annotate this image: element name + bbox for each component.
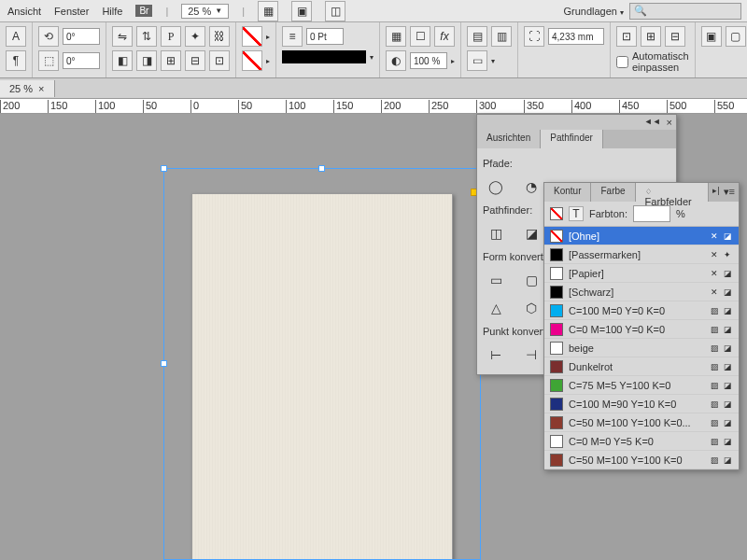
pt-smooth-icon[interactable]: ⊣ bbox=[518, 344, 544, 365]
swatch-item[interactable]: C=50 M=100 Y=100 K=0...▨◪ bbox=[544, 413, 739, 432]
fit-1-icon[interactable]: ⊡ bbox=[616, 26, 637, 47]
swatch-item[interactable]: Dunkelrot▨◪ bbox=[544, 357, 739, 376]
stroke-swatch[interactable] bbox=[242, 26, 262, 47]
ruler-mark: 100 bbox=[95, 100, 115, 113]
opacity-icon[interactable]: ◐ bbox=[386, 50, 406, 71]
swatch-item[interactable]: [Passermarken]✕✦ bbox=[544, 245, 739, 264]
angle-2-input[interactable] bbox=[63, 52, 100, 69]
weight-icon[interactable]: ≡ bbox=[282, 26, 303, 47]
char-icon[interactable]: A bbox=[6, 26, 26, 47]
rotate-icon[interactable]: ⟲ bbox=[38, 26, 59, 47]
align-1-icon[interactable]: ◧ bbox=[112, 50, 133, 71]
menu-hilfe[interactable]: Hilfe bbox=[102, 6, 122, 17]
swatch-type-icon: ✦ bbox=[722, 249, 733, 260]
mm-input[interactable] bbox=[548, 28, 604, 45]
flip-v-icon[interactable]: ⇅ bbox=[136, 26, 157, 47]
shape-roundrect-icon[interactable]: ▢ bbox=[518, 270, 544, 290]
document-tab[interactable]: 25 %× bbox=[0, 80, 55, 97]
autofit-checkbox[interactable] bbox=[616, 56, 628, 68]
current-fill-swatch[interactable] bbox=[550, 207, 563, 220]
shear-icon[interactable]: ⬚ bbox=[38, 50, 59, 71]
para-icon[interactable]: ¶ bbox=[6, 50, 26, 71]
panel-expand-icon[interactable]: ▸| bbox=[712, 186, 719, 199]
panel-collapse-icon[interactable]: ◄◄ bbox=[644, 117, 661, 128]
anchor-icon[interactable]: ✦ bbox=[185, 26, 205, 47]
swatch-color bbox=[550, 342, 563, 355]
shape-poly-icon[interactable]: ⬡ bbox=[518, 298, 544, 318]
swatch-item[interactable]: [Papier]✕◪ bbox=[544, 264, 739, 283]
swatch-item[interactable]: C=75 M=5 Y=100 K=0▨◪ bbox=[544, 376, 739, 395]
ruler-mark: 250 bbox=[429, 100, 448, 113]
search-input[interactable]: 🔍 bbox=[629, 3, 741, 20]
angle-1-input[interactable] bbox=[63, 28, 100, 45]
fx-label[interactable]: fx bbox=[434, 26, 455, 47]
swatch-item[interactable]: C=0 M=100 Y=0 K=0▨◪ bbox=[544, 320, 739, 339]
wrap-3-icon[interactable]: ▭ bbox=[467, 50, 487, 71]
tab-kontur[interactable]: Kontur bbox=[544, 183, 591, 202]
handle-nw[interactable] bbox=[161, 165, 167, 172]
swatch-item[interactable]: C=0 M=0 Y=5 K=0▨◪ bbox=[544, 432, 739, 451]
stroke-pt-input[interactable] bbox=[306, 28, 344, 45]
fit-3-icon[interactable]: ⊟ bbox=[665, 26, 685, 47]
handle-n[interactable] bbox=[318, 165, 325, 172]
extra-2-icon[interactable]: ▢ bbox=[726, 26, 746, 47]
bridge-button[interactable]: Br bbox=[135, 5, 152, 17]
swatch-name: C=75 M=5 Y=100 K=0 bbox=[569, 380, 703, 391]
fit-2-icon[interactable]: ⊞ bbox=[641, 26, 661, 47]
pf-add-icon[interactable]: ◯ bbox=[483, 176, 509, 197]
swatch-item[interactable]: C=100 M=90 Y=10 K=0▨◪ bbox=[544, 395, 739, 413]
align-2-icon[interactable]: ◨ bbox=[136, 50, 157, 71]
view-mode-3-icon[interactable]: ◫ bbox=[325, 1, 345, 21]
handle-w[interactable] bbox=[161, 360, 167, 367]
swatch-item[interactable]: C=100 M=0 Y=0 K=0▨◪ bbox=[544, 301, 739, 320]
type-toggle-icon[interactable]: T bbox=[569, 206, 584, 221]
fx-1-icon[interactable]: ▦ bbox=[386, 26, 406, 47]
fx-2-icon[interactable]: ☐ bbox=[410, 26, 430, 47]
menu-fenster[interactable]: Fenster bbox=[54, 6, 89, 17]
wrap-1-icon[interactable]: ▤ bbox=[467, 26, 487, 47]
panel-menu-icon[interactable]: ▾≡ bbox=[724, 186, 735, 199]
workspace-selector[interactable]: Grundlagen ▾ bbox=[563, 6, 624, 17]
stroke-style[interactable] bbox=[282, 50, 366, 63]
view-mode-2-icon[interactable]: ▣ bbox=[291, 1, 312, 21]
close-icon[interactable]: × bbox=[38, 83, 44, 94]
menu-ansicht[interactable]: Ansicht bbox=[7, 6, 41, 17]
swatch-lock-icon: ▨ bbox=[709, 343, 720, 354]
align-3-icon[interactable]: ⊞ bbox=[161, 50, 181, 71]
swatch-item[interactable]: C=50 M=100 Y=100 K=0▨◪ bbox=[544, 451, 739, 469]
extra-1-icon[interactable]: ▣ bbox=[701, 26, 722, 47]
flip-h-icon[interactable]: ⇋ bbox=[112, 26, 133, 47]
zoom-level[interactable]: 25 %▼ bbox=[181, 4, 229, 19]
swatch-type-icon: ◪ bbox=[722, 305, 733, 316]
wrap-2-icon[interactable]: ▥ bbox=[491, 26, 512, 47]
align-4-icon[interactable]: ⊟ bbox=[185, 50, 205, 71]
swatch-item[interactable]: [Ohne]✕◪ bbox=[544, 227, 739, 245]
tab-ausrichten[interactable]: Ausrichten bbox=[477, 130, 541, 148]
swatch-type-icon: ◪ bbox=[722, 231, 733, 242]
shape-triangle-icon[interactable]: △ bbox=[483, 298, 509, 318]
type-path-icon[interactable]: P bbox=[161, 26, 181, 47]
fill-swatch[interactable] bbox=[242, 50, 262, 71]
swatch-type-icon: ◪ bbox=[722, 455, 733, 466]
pf-merge-icon[interactable]: ◫ bbox=[483, 223, 509, 244]
search-icon: 🔍 bbox=[634, 5, 647, 17]
tab-farbfelder[interactable]: ♢ Farbfelder bbox=[636, 183, 710, 202]
tab-pathfinder[interactable]: Pathfinder bbox=[541, 130, 603, 148]
tab-farbe[interactable]: Farbe bbox=[591, 183, 635, 202]
swatch-item[interactable]: [Schwarz]✕◪ bbox=[544, 283, 739, 301]
pf-trim-icon[interactable]: ◪ bbox=[518, 223, 544, 244]
shape-rect-icon[interactable]: ▭ bbox=[483, 270, 509, 290]
selection-box[interactable] bbox=[163, 168, 481, 560]
link-icon[interactable]: ⛓ bbox=[209, 26, 230, 47]
opacity-input[interactable] bbox=[410, 52, 447, 69]
crop-icon[interactable]: ⛶ bbox=[524, 26, 544, 47]
pf-subtract-icon[interactable]: ◔ bbox=[518, 176, 544, 197]
view-mode-1-icon[interactable]: ▦ bbox=[258, 1, 278, 21]
panel-close-icon[interactable]: × bbox=[667, 117, 672, 128]
pt-corner-icon[interactable]: ⊢ bbox=[483, 344, 509, 365]
swatch-color bbox=[550, 323, 563, 336]
tint-input[interactable] bbox=[633, 205, 670, 222]
align-5-icon[interactable]: ⊡ bbox=[209, 50, 230, 71]
canvas[interactable]: ◄◄× Ausrichten Pathfinder Pfade: ◯ ◔ ◑ ⧉… bbox=[0, 114, 747, 560]
swatch-item[interactable]: beige▨◪ bbox=[544, 339, 739, 357]
